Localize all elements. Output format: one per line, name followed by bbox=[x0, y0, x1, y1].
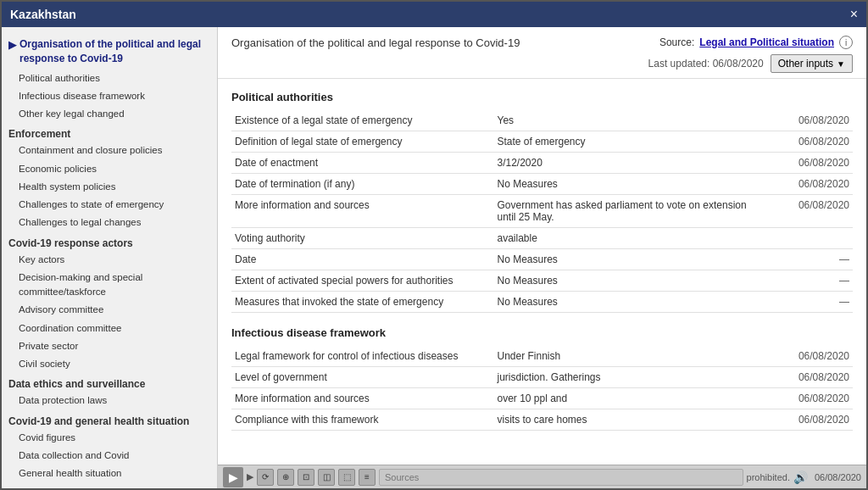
source-label: Source: bbox=[659, 36, 694, 48]
section-title-political: Political authorities bbox=[231, 91, 853, 103]
sidebar: ▶ Organisation of the political and lega… bbox=[2, 27, 218, 488]
row-value: State of emergency bbox=[493, 131, 755, 153]
row-date: — bbox=[756, 292, 853, 313]
main-header-title: Organisation of the political and legal … bbox=[231, 36, 520, 49]
sidebar-subitem-private-sector[interactable]: Private sector bbox=[2, 337, 217, 355]
row-value: over 10 ppl and bbox=[493, 388, 755, 409]
main-body: Political authorities Existence of a leg… bbox=[218, 79, 866, 465]
other-inputs-dropdown[interactable]: Other inputs ▼ bbox=[771, 54, 853, 73]
main-window: Kazakhstan × ▶ Organisation of the polit… bbox=[0, 0, 868, 490]
sidebar-subitem-key-actors[interactable]: Key actors bbox=[2, 251, 217, 269]
row-value: Under Finnish bbox=[493, 346, 755, 367]
row-label: Date bbox=[231, 249, 493, 270]
row-label: Existence of a legal state of emergency bbox=[231, 110, 493, 131]
row-date: — bbox=[756, 249, 853, 270]
sidebar-subitem-economic[interactable]: Economic policies bbox=[2, 160, 217, 178]
sidebar-subitem-advisory[interactable]: Advisory committee bbox=[2, 301, 217, 319]
sidebar-subitem-data-collection[interactable]: Data collection and Covid bbox=[2, 447, 217, 465]
row-label: Legal framework for control of infectiou… bbox=[231, 346, 493, 367]
prev-arrow-button[interactable]: ▶ bbox=[223, 467, 243, 487]
row-label: More information and sources bbox=[231, 388, 493, 409]
expand-arrow-icon: ▶ bbox=[8, 39, 16, 51]
political-authorities-table: Existence of a legal state of emergencyY… bbox=[231, 110, 853, 313]
play-icon: ▶ bbox=[247, 471, 253, 482]
table-row: Extent of activated special powers for a… bbox=[231, 270, 853, 292]
row-label: Voting authority bbox=[231, 228, 493, 249]
main-content: Organisation of the political and legal … bbox=[218, 27, 866, 488]
row-value: No Measures bbox=[493, 270, 755, 292]
table-row: Measures that invoked the state of emerg… bbox=[231, 292, 853, 313]
sources-input[interactable] bbox=[379, 469, 743, 486]
window-title: Kazakhstan bbox=[10, 8, 76, 21]
table-row: More information and sourcesGovernment h… bbox=[231, 195, 853, 228]
row-date: 06/08/2020 bbox=[756, 131, 853, 153]
close-button[interactable]: × bbox=[850, 7, 858, 22]
table-row: Existence of a legal state of emergencyY… bbox=[231, 110, 853, 131]
last-updated-label: Last updated: 06/08/2020 bbox=[648, 58, 764, 70]
row-label: Date of enactment bbox=[231, 153, 493, 174]
row-value: 3/12/2020 bbox=[493, 153, 755, 174]
row-label: Level of government bbox=[231, 367, 493, 388]
row-label: Extent of activated special powers for a… bbox=[231, 270, 493, 292]
info-icon[interactable]: i bbox=[839, 36, 853, 49]
row-label: More information and sources bbox=[231, 195, 493, 228]
content-area: ▶ Organisation of the political and lega… bbox=[2, 27, 866, 488]
table-row: Legal framework for control of infectiou… bbox=[231, 346, 853, 367]
sidebar-subitem-general-health[interactable]: General health situation bbox=[2, 465, 217, 482]
row-label: Definition of legal state of emergency bbox=[231, 131, 493, 153]
infectious-disease-table: Legal framework for control of infectiou… bbox=[231, 346, 853, 431]
table-row: More information and sourcesover 10 ppl … bbox=[231, 388, 853, 409]
row-date: 06/08/2020 bbox=[756, 346, 853, 367]
row-value: available bbox=[493, 228, 755, 249]
sidebar-subitem-civil-society[interactable]: Civil society bbox=[2, 355, 217, 373]
table-row: Level of governmentjurisdiction. Gatheri… bbox=[231, 367, 853, 388]
sidebar-subitem-coordination[interactable]: Coordination committee bbox=[2, 320, 217, 337]
bottom-btn-4[interactable]: ◫ bbox=[318, 469, 335, 486]
bottom-bar: ▶ ▶ ⟳ ⊕ ⊡ ◫ ⬚ ≡ prohibited. 🔊 06/08/2020 bbox=[218, 465, 866, 488]
bottom-btn-2[interactable]: ⊕ bbox=[277, 469, 294, 486]
row-value: visits to care homes bbox=[493, 409, 755, 431]
source-area: Source: Legal and Political situation i bbox=[659, 36, 853, 49]
main-header-bottom: Last updated: 06/08/2020 Other inputs ▼ bbox=[231, 54, 853, 73]
source-link[interactable]: Legal and Political situation bbox=[699, 36, 834, 48]
row-label: Compliance with this framework bbox=[231, 409, 493, 431]
sidebar-subitem-covid-figures[interactable]: Covid figures bbox=[2, 429, 217, 447]
sidebar-section-response-actors: Covid-19 response actors bbox=[2, 232, 217, 251]
row-label: Date of termination (if any) bbox=[231, 174, 493, 195]
row-value: No Measures bbox=[493, 249, 755, 270]
sidebar-subitem-other-key[interactable]: Other key legal changed bbox=[2, 105, 217, 123]
bottom-btn-1[interactable]: ⟳ bbox=[257, 469, 274, 486]
sidebar-subitem-challenges-state[interactable]: Challenges to state of emergency bbox=[2, 196, 217, 214]
sidebar-subitem-decision-making[interactable]: Decision-making and special committee/ta… bbox=[2, 269, 217, 302]
row-date: 06/08/2020 bbox=[756, 153, 853, 174]
row-date: 06/08/2020 bbox=[756, 174, 853, 195]
sidebar-subitem-challenges-legal[interactable]: Challenges to legal changes bbox=[2, 214, 217, 231]
sidebar-subitem-political[interactable]: Political authorities bbox=[2, 70, 217, 87]
sidebar-subitem-health-system[interactable]: Health system policies bbox=[2, 178, 217, 196]
sidebar-main-item-label: Organisation of the political and legal … bbox=[19, 37, 210, 66]
sidebar-main-item[interactable]: ▶ Organisation of the political and lega… bbox=[2, 34, 217, 70]
audio-icon[interactable]: 🔊 bbox=[793, 471, 808, 484]
row-value: jurisdiction. Gatherings bbox=[493, 367, 755, 388]
sidebar-subitem-containment[interactable]: Containment and closure policies bbox=[2, 142, 217, 159]
bottom-btn-3[interactable]: ⊡ bbox=[298, 469, 314, 486]
row-date: 06/08/2020 bbox=[756, 388, 853, 409]
bottom-btn-6[interactable]: ≡ bbox=[359, 469, 376, 486]
sidebar-subitem-data-protection[interactable]: Data protection laws bbox=[2, 392, 217, 409]
row-date: 06/08/2020 bbox=[756, 110, 853, 131]
main-header-top: Organisation of the political and legal … bbox=[231, 36, 853, 49]
row-value: Government has asked parliament to vote … bbox=[493, 195, 755, 228]
sidebar-subitem-infectious[interactable]: Infectious disease framework bbox=[2, 87, 217, 105]
bottom-btn-5[interactable]: ⬚ bbox=[338, 469, 355, 486]
sidebar-section-health-situation: Covid-19 and general health situation bbox=[2, 410, 217, 429]
dropdown-arrow-icon: ▼ bbox=[837, 59, 845, 69]
row-date: — bbox=[756, 270, 853, 292]
row-value: Yes bbox=[493, 110, 755, 131]
main-header: Organisation of the political and legal … bbox=[218, 27, 866, 79]
row-date: 06/08/2020 bbox=[756, 367, 853, 388]
row-date: 06/08/2020 bbox=[756, 195, 853, 228]
table-row: Date of termination (if any)No Measures0… bbox=[231, 174, 853, 195]
table-row: Voting authorityavailable bbox=[231, 228, 853, 249]
row-date: 06/08/2020 bbox=[756, 409, 853, 431]
row-value: No Measures bbox=[493, 174, 755, 195]
